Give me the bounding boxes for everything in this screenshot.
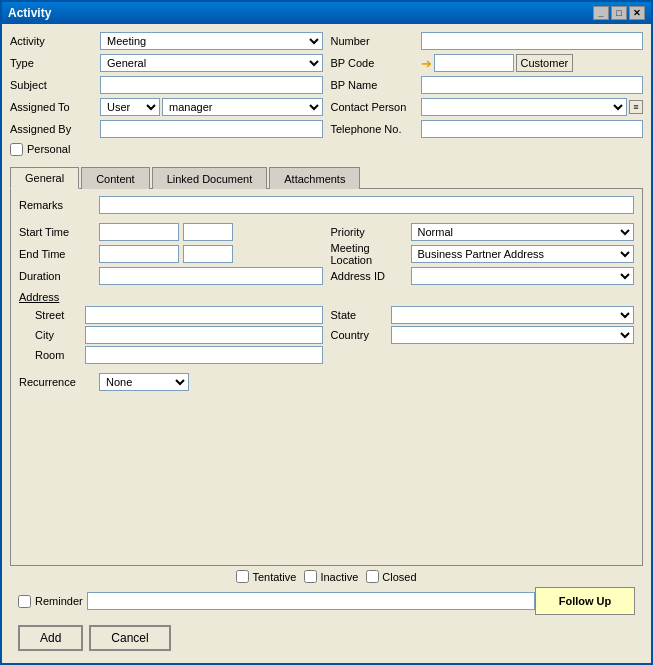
- spacer: [19, 393, 634, 559]
- meeting-location-select[interactable]: Business Partner Address: [411, 245, 635, 263]
- cancel-button[interactable]: Cancel: [89, 625, 170, 651]
- bp-code-input[interactable]: C1: [434, 54, 514, 72]
- end-time-label: End Time: [19, 248, 99, 260]
- tab-attachments[interactable]: Attachments: [269, 167, 360, 189]
- bp-arrow-icon: ➔: [421, 56, 432, 71]
- city-label: City: [35, 329, 85, 341]
- country-label: Country: [331, 329, 391, 341]
- address-right: State Country: [331, 305, 635, 365]
- duration-row: Duration 15 Minutes: [19, 265, 323, 287]
- assigned-by-label: Assigned By: [10, 123, 100, 135]
- contact-person-label: Contact Person: [331, 101, 421, 113]
- bp-code-label: BP Code: [331, 57, 421, 69]
- priority-row: Priority Normal: [331, 221, 635, 243]
- contact-person-select[interactable]: [421, 98, 628, 116]
- tab-linked-document-label: Linked Document: [167, 173, 253, 185]
- start-time-row: Start Time 20.06.2011 18:08: [19, 221, 323, 243]
- closed-label: Closed: [382, 571, 416, 583]
- tab-linked-document[interactable]: Linked Document: [152, 167, 268, 189]
- city-input[interactable]: [85, 326, 323, 344]
- end-time-input[interactable]: 18:23: [183, 245, 233, 263]
- closed-checkbox[interactable]: [366, 570, 379, 583]
- assigned-to-type-select[interactable]: User: [100, 98, 160, 116]
- tab-general-label: General: [25, 172, 64, 184]
- inactive-item: Inactive: [304, 570, 358, 583]
- activity-row: Activity Meeting: [10, 30, 323, 52]
- duration-label: Duration: [19, 270, 99, 282]
- state-row: State: [331, 305, 635, 325]
- top-form: Activity Meeting Type General Subject: [10, 30, 643, 162]
- room-input[interactable]: [85, 346, 323, 364]
- telephone-row: Telephone No.: [331, 118, 644, 140]
- address-left: Street City Room: [19, 305, 323, 365]
- address-id-label: Address ID: [331, 270, 411, 282]
- street-row: Street: [19, 305, 323, 325]
- main-content: Activity Meeting Type General Subject: [2, 24, 651, 663]
- telephone-input[interactable]: [421, 120, 644, 138]
- subject-row: Subject: [10, 74, 323, 96]
- tentative-checkbox[interactable]: [236, 570, 249, 583]
- start-time-input[interactable]: 18:08: [183, 223, 233, 241]
- duration-input[interactable]: 15 Minutes: [99, 267, 323, 285]
- contact-person-field: ≡: [421, 98, 644, 116]
- checkboxes-row: Tentative Inactive Closed: [18, 570, 635, 583]
- inactive-checkbox[interactable]: [304, 570, 317, 583]
- tab-general[interactable]: General: [10, 167, 79, 189]
- add-button[interactable]: Add: [18, 625, 83, 651]
- reminder-time-input[interactable]: 15 Minutes: [87, 592, 535, 610]
- activity-select[interactable]: Meeting: [100, 32, 323, 50]
- type-label: Type: [10, 57, 100, 69]
- street-input[interactable]: [85, 306, 323, 324]
- address-id-select[interactable]: [411, 267, 635, 285]
- customer-button[interactable]: Customer: [516, 54, 574, 72]
- reminder-followup-row: Reminder 15 Minutes Follow Up: [18, 587, 635, 615]
- reminder-checkbox[interactable]: [18, 595, 31, 608]
- tab-content-area: Remarks Start Time 20.06.2011 18:08 End: [10, 189, 643, 566]
- activity-label: Activity: [10, 35, 100, 47]
- end-time-group: 20.06.2011 18:23: [99, 245, 323, 263]
- personal-label: Personal: [27, 143, 70, 155]
- tab-content[interactable]: Content: [81, 167, 150, 189]
- remarks-input[interactable]: [99, 196, 634, 214]
- end-date-input[interactable]: 20.06.2011: [99, 245, 179, 263]
- tab-attachments-label: Attachments: [284, 173, 345, 185]
- window-controls: _ □ ✕: [593, 6, 645, 20]
- room-label: Room: [35, 349, 85, 361]
- address-id-row: Address ID: [331, 265, 635, 287]
- priority-select[interactable]: Normal: [411, 223, 635, 241]
- remarks-row: Remarks: [19, 195, 634, 215]
- number-input[interactable]: 1: [421, 32, 644, 50]
- right-form-col: Number 1 BP Code ➔ C1 Customer BP Name C…: [331, 30, 644, 162]
- minimize-btn[interactable]: _: [593, 6, 609, 20]
- action-buttons-row: Add Cancel: [18, 621, 635, 655]
- bp-name-row: BP Name C1: [331, 74, 644, 96]
- type-select[interactable]: General: [100, 54, 323, 72]
- state-select[interactable]: [391, 306, 635, 324]
- contact-list-icon[interactable]: ≡: [629, 100, 643, 114]
- contact-person-row: Contact Person ≡: [331, 96, 644, 118]
- start-date-input[interactable]: 20.06.2011: [99, 223, 179, 241]
- address-title: Address: [19, 291, 634, 303]
- close-btn[interactable]: ✕: [629, 6, 645, 20]
- subject-label: Subject: [10, 79, 100, 91]
- assigned-by-input[interactable]: [100, 120, 323, 138]
- bp-code-content: ➔ C1 Customer: [421, 54, 644, 72]
- assigned-by-row: Assigned By: [10, 118, 323, 140]
- recurrence-select[interactable]: None: [99, 373, 189, 391]
- personal-checkbox[interactable]: [10, 143, 23, 156]
- address-grid: Street City Room: [19, 305, 634, 365]
- bp-name-input[interactable]: C1: [421, 76, 644, 94]
- recurrence-label: Recurrence: [19, 376, 99, 388]
- tab-right-col: Priority Normal Meeting Location Busines…: [331, 221, 635, 287]
- end-time-row: End Time 20.06.2011 18:23: [19, 243, 323, 265]
- subject-input[interactable]: [100, 76, 323, 94]
- city-row: City: [19, 325, 323, 345]
- maximize-btn[interactable]: □: [611, 6, 627, 20]
- followup-button[interactable]: Follow Up: [535, 587, 635, 615]
- bp-code-row: BP Code ➔ C1 Customer: [331, 52, 644, 74]
- reminder-label: Reminder: [35, 595, 83, 607]
- assigned-to-user-select[interactable]: manager: [162, 98, 323, 116]
- assigned-to-row: Assigned To User manager: [10, 96, 323, 118]
- country-select[interactable]: [391, 326, 635, 344]
- number-row: Number 1: [331, 30, 644, 52]
